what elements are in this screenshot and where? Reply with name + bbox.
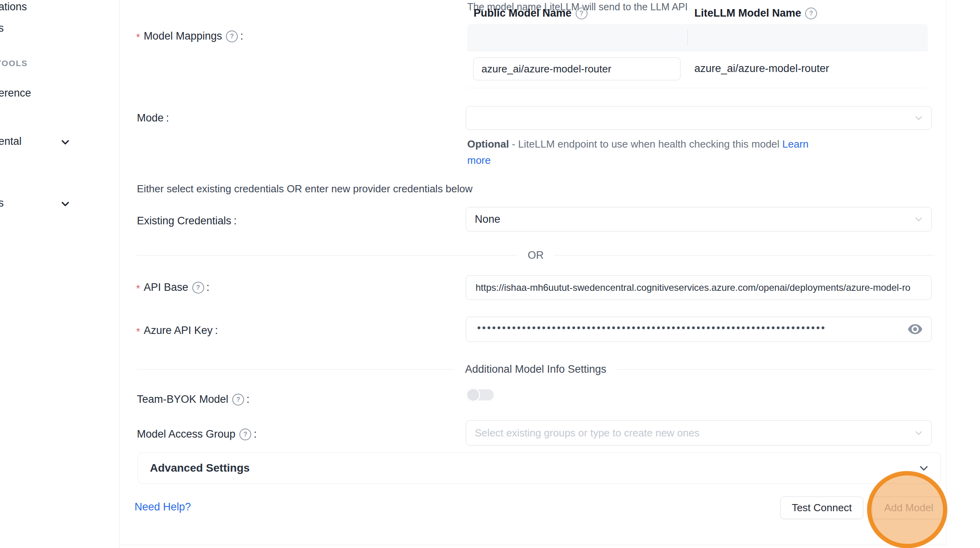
chevron-down-icon bbox=[914, 214, 923, 224]
required-asterisk: * bbox=[136, 326, 140, 338]
card-right-border bbox=[946, 0, 947, 545]
azure-api-key-label-text: Azure API Key bbox=[144, 324, 212, 337]
card-bottom-border bbox=[119, 545, 946, 545]
model-mappings-table-header bbox=[467, 24, 928, 51]
sidebar-section-tools: TOOLS bbox=[0, 59, 28, 68]
model-access-group-select[interactable]: Select existing groups or type to create… bbox=[466, 420, 932, 446]
mode-label-text: Mode bbox=[137, 112, 164, 124]
divider-line bbox=[137, 369, 455, 370]
api-base-input[interactable]: https://ishaa-mh6uutut-swedencentral.cog… bbox=[466, 275, 932, 300]
colon: : bbox=[254, 428, 257, 440]
colon: : bbox=[166, 112, 169, 124]
additional-settings-divider: Additional Model Info Settings bbox=[137, 363, 935, 375]
help-question-icon[interactable]: ? bbox=[226, 30, 238, 42]
colon: : bbox=[215, 324, 218, 337]
column-public-model-name: Public Model Name ? bbox=[474, 0, 588, 27]
column-litellm-model-name: LiteLLM Model Name ? bbox=[694, 0, 817, 27]
mode-help-text: Optional - LiteLLM endpoint to use when … bbox=[467, 136, 906, 169]
colon: : bbox=[240, 30, 243, 42]
eye-icon[interactable] bbox=[908, 323, 923, 335]
chevron-down-icon bbox=[59, 198, 71, 210]
chevron-down-icon bbox=[914, 428, 923, 438]
existing-credentials-value: None bbox=[466, 213, 500, 226]
team-byok-toggle[interactable] bbox=[466, 388, 495, 402]
divider-line bbox=[137, 255, 517, 256]
litellm-model-name-value: azure_ai/azure-model-router bbox=[694, 63, 829, 75]
colon: : bbox=[207, 281, 210, 294]
api-base-label: * API Base ? : bbox=[136, 281, 209, 294]
model-access-group-placeholder: Select existing groups or type to create… bbox=[466, 427, 699, 439]
sidebar-item-settings[interactable]: s bbox=[0, 197, 4, 209]
advanced-settings-panel[interactable]: Advanced Settings bbox=[138, 452, 941, 484]
model-mappings-label: * Model Mappings ? : bbox=[136, 30, 243, 42]
mode-help-body: - LiteLLM endpoint to use when health ch… bbox=[509, 138, 782, 150]
column-label: LiteLLM Model Name bbox=[694, 7, 801, 19]
help-question-icon[interactable]: ? bbox=[576, 8, 588, 19]
required-asterisk: * bbox=[136, 31, 140, 44]
column-divider bbox=[687, 30, 688, 46]
api-base-label-text: API Base bbox=[144, 281, 188, 294]
existing-credentials-select[interactable]: None bbox=[466, 207, 932, 231]
help-question-icon[interactable]: ? bbox=[232, 394, 244, 406]
sidebar-item-organizations[interactable]: ations bbox=[0, 1, 27, 13]
sidebar-item-logs[interactable]: s bbox=[0, 22, 4, 34]
model-access-group-label: Model Access Group ? : bbox=[137, 428, 257, 440]
add-model-button[interactable]: Add Model bbox=[872, 497, 946, 519]
learn-more-link[interactable]: Learn bbox=[782, 138, 809, 150]
mode-label: Mode : bbox=[137, 112, 169, 124]
chevron-down-icon bbox=[59, 136, 71, 148]
model-mappings-label-text: Model Mappings bbox=[144, 30, 222, 42]
team-byok-label-text: Team-BYOK Model bbox=[137, 393, 228, 406]
toggle-knob bbox=[466, 388, 480, 402]
optional-emphasis: Optional bbox=[467, 138, 509, 150]
additional-settings-title: Additional Model Info Settings bbox=[455, 363, 616, 375]
existing-credentials-label-text: Existing Credentials bbox=[137, 215, 231, 227]
team-byok-label: Team-BYOK Model ? : bbox=[137, 393, 250, 406]
sidebar-item-reference[interactable]: erence bbox=[0, 87, 31, 99]
chevron-down-icon bbox=[918, 463, 929, 474]
mode-select[interactable] bbox=[466, 106, 932, 130]
advanced-settings-title: Advanced Settings bbox=[150, 462, 250, 474]
required-asterisk: * bbox=[136, 283, 140, 295]
divider-line bbox=[554, 255, 935, 256]
public-model-name-input[interactable] bbox=[473, 57, 681, 80]
azure-api-key-input[interactable]: ••••••••••••••••••••••••••••••••••••••••… bbox=[466, 317, 932, 342]
column-label: Public Model Name bbox=[474, 7, 572, 19]
chevron-down-icon bbox=[914, 113, 923, 123]
masked-api-key-value: ••••••••••••••••••••••••••••••••••••••••… bbox=[466, 322, 877, 334]
help-question-icon[interactable]: ? bbox=[239, 429, 251, 440]
model-access-group-label-text: Model Access Group bbox=[137, 428, 235, 440]
divider-line bbox=[617, 369, 935, 370]
api-base-value: https://ishaa-mh6uutut-swedencentral.cog… bbox=[466, 282, 911, 293]
existing-credentials-label: Existing Credentials : bbox=[137, 215, 237, 227]
colon: : bbox=[246, 393, 250, 406]
table-bottom-border bbox=[467, 88, 928, 88]
sidebar-item-experimental[interactable]: ental bbox=[0, 135, 22, 148]
test-connect-button[interactable]: Test Connect bbox=[780, 497, 863, 519]
help-question-icon[interactable]: ? bbox=[805, 8, 817, 19]
credentials-note: Either select existing credentials OR en… bbox=[137, 183, 472, 195]
or-label: OR bbox=[517, 249, 554, 262]
sidebar: ations s TOOLS erence ental s bbox=[0, 0, 120, 548]
help-question-icon[interactable]: ? bbox=[192, 282, 204, 294]
or-divider: OR bbox=[137, 249, 935, 261]
need-help-link[interactable]: Need Help? bbox=[135, 501, 191, 513]
colon: : bbox=[234, 215, 237, 227]
azure-api-key-label: * Azure API Key : bbox=[136, 324, 218, 337]
learn-more-link[interactable]: more bbox=[467, 154, 491, 166]
